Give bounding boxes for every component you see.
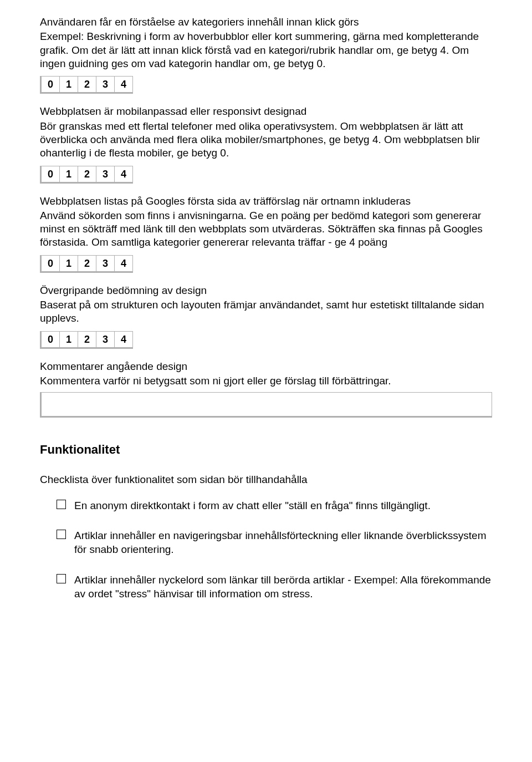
rating-option-4[interactable]: 4 xyxy=(115,166,133,182)
checkbox-icon[interactable] xyxy=(57,530,66,539)
checklist-item: Artiklar innehåller en navigeringsbar in… xyxy=(57,529,492,556)
rating-option-2[interactable]: 2 xyxy=(78,76,96,92)
rating-option-0[interactable]: 0 xyxy=(42,166,60,182)
rating-scale[interactable]: 0 1 2 3 4 xyxy=(40,76,133,94)
checkbox-icon[interactable] xyxy=(57,574,66,583)
checklist-item-label: En anonym direktkontakt i form av chatt … xyxy=(74,500,431,511)
rating-option-0[interactable]: 0 xyxy=(42,76,60,92)
functionality-checklist: En anonym direktkontakt i form av chatt … xyxy=(40,499,492,601)
functionality-heading: Funktionalitet xyxy=(40,442,492,458)
criterion-title: Webbplatsen är mobilanpassad eller respo… xyxy=(40,105,492,118)
rating-option-3[interactable]: 3 xyxy=(96,166,115,182)
rating-option-1[interactable]: 1 xyxy=(60,76,78,92)
criterion-block: Webbplatsen är mobilanpassad eller respo… xyxy=(40,105,492,183)
rating-option-2[interactable]: 2 xyxy=(78,166,96,182)
rating-option-3[interactable]: 3 xyxy=(96,76,115,92)
rating-scale[interactable]: 0 1 2 3 4 xyxy=(40,255,133,273)
checkbox-icon[interactable] xyxy=(57,500,66,509)
rating-scale[interactable]: 0 1 2 3 4 xyxy=(40,331,133,349)
criterion-title: Övergripande bedömning av design xyxy=(40,284,492,297)
rating-option-3[interactable]: 3 xyxy=(96,255,115,271)
rating-option-0[interactable]: 0 xyxy=(42,331,60,347)
comments-input[interactable] xyxy=(40,392,492,418)
criterion-title: Användaren får en förståelse av kategori… xyxy=(40,16,492,29)
criterion-block: Övergripande bedömning av design Baserat… xyxy=(40,284,492,349)
rating-option-2[interactable]: 2 xyxy=(78,255,96,271)
rating-option-4[interactable]: 4 xyxy=(115,76,133,92)
rating-option-1[interactable]: 1 xyxy=(60,166,78,182)
rating-option-1[interactable]: 1 xyxy=(60,331,78,347)
criterion-desc: Baserat på om strukturen och layouten fr… xyxy=(40,298,492,326)
checklist-item: Artiklar innehåller nyckelord som länkar… xyxy=(57,573,492,601)
criterion-title: Webbplatsen listas på Googles första sid… xyxy=(40,195,492,208)
rating-option-3[interactable]: 3 xyxy=(96,331,115,347)
rating-scale[interactable]: 0 1 2 3 4 xyxy=(40,166,133,184)
functionality-subheading: Checklista över funktionalitet som sidan… xyxy=(40,473,492,486)
checklist-item-label: Artiklar innehåller en navigeringsbar in… xyxy=(74,530,487,555)
comments-block: Kommentarer angående design Kommentera v… xyxy=(40,360,492,418)
comments-desc: Kommentera varför ni betygsatt som ni gj… xyxy=(40,374,492,388)
checklist-item: En anonym direktkontakt i form av chatt … xyxy=(57,499,492,513)
comments-title: Kommentarer angående design xyxy=(40,360,492,373)
rating-option-1[interactable]: 1 xyxy=(60,255,78,271)
functionality-section: Funktionalitet Checklista över funktiona… xyxy=(40,442,492,601)
criterion-block: Webbplatsen listas på Googles första sid… xyxy=(40,195,492,273)
rating-option-4[interactable]: 4 xyxy=(115,255,133,271)
criterion-desc: Bör granskas med ett flertal telefoner m… xyxy=(40,120,492,160)
rating-option-4[interactable]: 4 xyxy=(115,331,133,347)
criterion-block: Användaren får en förståelse av kategori… xyxy=(40,16,492,94)
criterion-desc: Exempel: Beskrivning i form av hoverbubb… xyxy=(40,30,492,70)
rating-option-2[interactable]: 2 xyxy=(78,331,96,347)
rating-option-0[interactable]: 0 xyxy=(42,255,60,271)
checklist-item-label: Artiklar innehåller nyckelord som länkar… xyxy=(74,574,491,600)
criterion-desc: Använd sökorden som finns i anvisningarn… xyxy=(40,209,492,250)
